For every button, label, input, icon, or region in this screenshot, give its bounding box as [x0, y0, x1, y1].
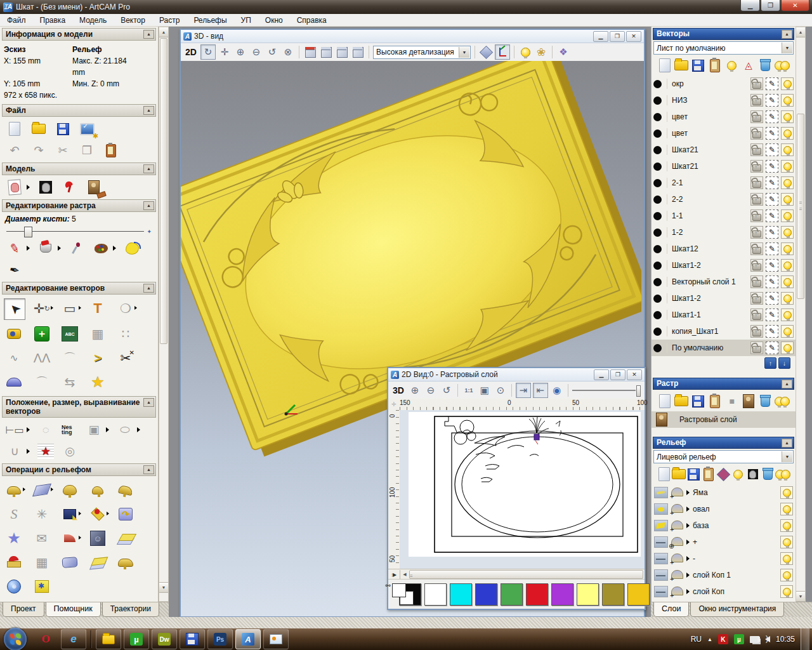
transform-vectors-tool[interactable]: ✛↻ [32, 298, 52, 319]
start-button[interactable] [4, 628, 27, 650]
layer-colour-swatch[interactable] [653, 96, 662, 105]
swept-profile-tool[interactable]: S [4, 504, 24, 524]
layer-name[interactable]: Шкат21 [667, 145, 748, 155]
snap-layer-icon[interactable]: ✎ [766, 127, 778, 140]
layers-scrollbar[interactable]: ▲ ≡≡ ▼ [796, 27, 806, 617]
star-sheet-tool[interactable] [32, 576, 52, 597]
layer-visibility-icon[interactable] [781, 242, 794, 255]
lock-layer-icon[interactable] [750, 143, 763, 156]
lock-layer-icon[interactable] [750, 226, 763, 239]
flyout-arrow-icon[interactable] [27, 185, 30, 190]
layer-colour-swatch[interactable] [653, 328, 662, 336]
trash-layer-icon[interactable] [757, 57, 774, 74]
flyout-arrow-icon[interactable] [27, 246, 30, 251]
group-vectors-icon[interactable]: ▣ [86, 421, 102, 438]
open-vector-layer-icon[interactable] [673, 57, 690, 74]
relief-visibility-icon[interactable] [780, 486, 793, 499]
rollup-icon[interactable]: ▲ [143, 398, 154, 407]
sculpt-tool-2[interactable] [88, 480, 108, 500]
detail-level-select[interactable]: Высокая детализация▼ [373, 46, 471, 59]
rectangle-tool[interactable]: ▭ [60, 298, 80, 319]
copy-icon[interactable]: ❐ [79, 142, 95, 159]
restore-icon[interactable]: ❐ [610, 31, 625, 42]
combine-mode-icon[interactable] [671, 554, 683, 562]
relief-layer-row[interactable]: + [652, 534, 796, 550]
rollup-icon[interactable]: ▲ [143, 164, 154, 173]
colour-swatch[interactable] [424, 583, 447, 606]
taskbar-viewer-icon[interactable] [263, 629, 289, 649]
create-vector-tool[interactable]: ＋ [32, 324, 52, 344]
open-relief-layer-icon[interactable] [671, 466, 686, 482]
text-tool[interactable]: T [88, 298, 108, 319]
flyout-arrow-icon[interactable] [113, 246, 116, 251]
merge-layers-icon[interactable] [707, 57, 723, 74]
relief-visibility-icon[interactable] [780, 569, 793, 581]
vector-layer-row[interactable]: цвет ✎ [652, 125, 796, 142]
draw-material-button[interactable] [479, 45, 493, 59]
rollup-icon[interactable]: ▲ [143, 284, 154, 293]
layer-visibility-icon[interactable] [781, 176, 794, 189]
tray-kaspersky-icon[interactable]: K [718, 634, 728, 644]
spline-tool[interactable]: ⌒ [32, 372, 52, 392]
expand-arrow-icon[interactable] [686, 589, 690, 594]
layer-visibility-icon[interactable] [781, 110, 794, 123]
lighting-button[interactable] [518, 45, 532, 59]
colour-swatch[interactable] [602, 583, 624, 606]
vector-layer-row[interactable]: Шкат21 ✎ [652, 142, 796, 158]
taskbar-opera-icon[interactable]: O [33, 629, 58, 649]
select-vectors-tool[interactable]: ➤ [4, 298, 25, 320]
colour-swatch[interactable] [551, 583, 573, 606]
zoom-1to1-button[interactable]: 1:1 [462, 383, 476, 397]
spiral-icon[interactable]: ◎ [62, 443, 78, 460]
zoom-in-button[interactable]: ⊕ [408, 383, 422, 397]
texture-relief-tool[interactable]: ★ [4, 528, 24, 548]
move-layer-up-icon[interactable]: ↑ [764, 357, 776, 369]
layer-visibility-icon[interactable] [781, 77, 794, 90]
layer-colour-swatch[interactable] [653, 113, 662, 121]
relief-layer-name[interactable]: слой Коп 1 [693, 571, 777, 580]
blank-raster-icon[interactable]: ■ [724, 393, 740, 409]
layer-colour-swatch[interactable] [653, 80, 662, 88]
expand-arrow-icon[interactable] [686, 556, 690, 561]
view3d-titlebar[interactable]: A 3D - вид ▁ ❐ ✕ [181, 30, 644, 43]
layer-name[interactable]: копия_Шкат1 [667, 326, 748, 336]
zoom-object-button[interactable]: ⊙ [494, 383, 508, 397]
flyout-arrow-icon[interactable] [27, 427, 30, 432]
snap-layer-icon[interactable]: ✎ [766, 94, 778, 107]
assistant-scrollbar[interactable]: ▲ ▼ [159, 27, 169, 602]
menu-item[interactable]: Модель [72, 15, 114, 26]
measure-tool[interactable] [4, 324, 24, 344]
combine-mode-icon[interactable] [671, 504, 683, 513]
create-star-tool[interactable]: ★ [88, 372, 108, 392]
colour-swatch[interactable] [526, 583, 548, 606]
raster-image-icon[interactable] [740, 393, 757, 409]
emboss-relief-tool[interactable]: ☺ [88, 528, 108, 548]
snap-layer-icon[interactable]: ✎ [766, 292, 778, 305]
interactive-sculpt-tool[interactable] [4, 552, 24, 573]
expand-arrow-icon[interactable] [686, 573, 690, 578]
layer-name[interactable]: окр [667, 79, 748, 89]
vector-doctor-tool[interactable]: ❍ [115, 298, 136, 319]
menu-item[interactable]: Файл [0, 15, 33, 26]
join-vectors-tool[interactable]: > [88, 348, 108, 368]
relief-layer-row[interactable]: база [652, 517, 796, 534]
light-settings-icon[interactable] [62, 179, 78, 196]
scroll-thumb[interactable]: ≡≡ [797, 114, 804, 299]
all-layers-visible-icon[interactable] [774, 57, 790, 74]
layer-visibility-icon[interactable] [781, 275, 794, 288]
vector-layer-row[interactable]: 2-1 ✎ [652, 175, 796, 191]
lock-layer-icon[interactable] [750, 193, 763, 206]
snap-layer-icon[interactable]: ✎ [766, 275, 778, 288]
zoom-out-button[interactable]: ⊖ [424, 383, 438, 397]
pillow-relief-tool[interactable] [60, 552, 80, 573]
open-raster-layer-icon[interactable] [673, 393, 690, 409]
lock-layer-icon[interactable] [750, 292, 763, 305]
minimize-button[interactable]: ▁ [740, 0, 760, 11]
view-along-y-button[interactable] [335, 45, 349, 59]
snap-layer-icon[interactable]: ✎ [766, 342, 778, 354]
paste-along-curve-tool[interactable]: ABC [60, 324, 80, 344]
arc-edit-tool[interactable]: ⌒ [60, 348, 80, 368]
close-button[interactable]: ✕ [781, 0, 809, 11]
view2d-titlebar[interactable]: A 2D Вид:0 - Растровый слой ▁ ❐ ✕ [388, 368, 645, 381]
polyline-tool[interactable]: ∿ [4, 348, 24, 368]
